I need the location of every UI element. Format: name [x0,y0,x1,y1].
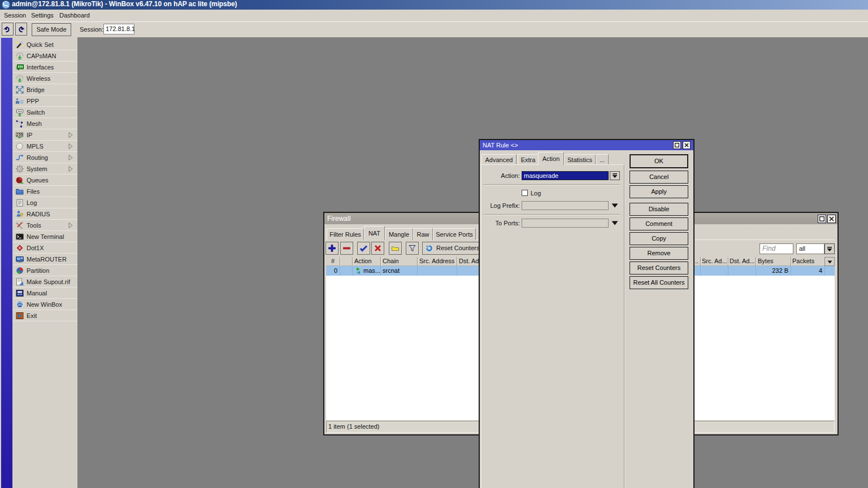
svg-text:255: 255 [16,133,23,137]
